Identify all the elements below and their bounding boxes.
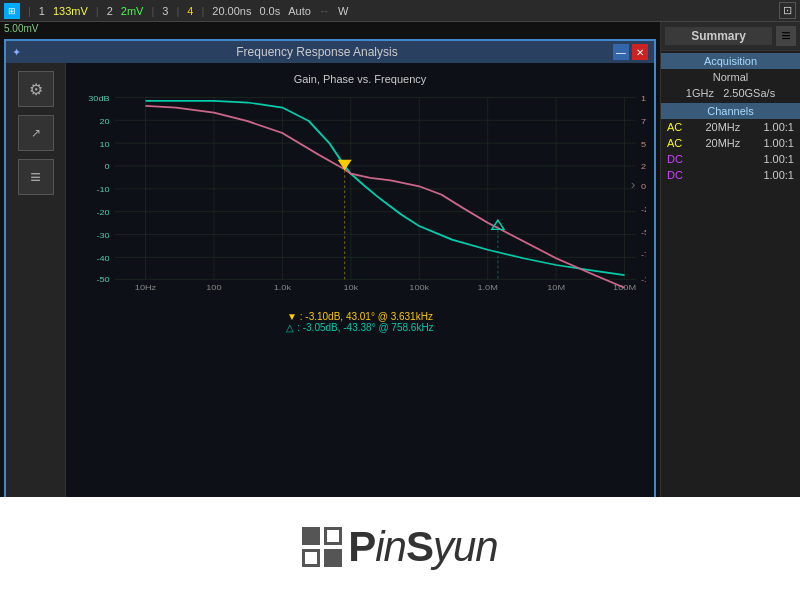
port-value: W	[338, 5, 348, 17]
toolbar-sep1: |	[28, 5, 31, 17]
summary-tab[interactable]: Summary	[665, 27, 772, 45]
brand-name-yun: yun	[433, 523, 498, 570]
svg-text:50: 50	[641, 139, 646, 148]
svg-text:25: 25	[641, 162, 646, 171]
acquisition-header: Acquisition	[661, 53, 800, 69]
svg-text:-25: -25	[641, 204, 646, 213]
brand-name-S: S	[406, 523, 433, 570]
legend-marker1: ▼ : -3.10dB, 43.01° @ 3.631kHz	[287, 311, 433, 322]
ch2-coupling: AC	[667, 137, 682, 149]
watermark: PinSyun	[0, 497, 800, 597]
svg-text:-50: -50	[641, 227, 646, 236]
svg-text:100k: 100k	[409, 283, 430, 292]
acq-freq-val: 1GHz	[686, 87, 714, 99]
trigger-value: Auto	[288, 5, 311, 17]
zoom-tool[interactable]: ↗	[18, 115, 54, 151]
logo-icon	[302, 527, 344, 567]
svg-text:-40: -40	[96, 254, 110, 263]
fra-minimize-btn[interactable]: —	[613, 44, 629, 60]
svg-text:-20: -20	[96, 208, 110, 217]
svg-text:100°: 100°	[641, 94, 646, 103]
grid-btn[interactable]: ⊞	[4, 3, 20, 19]
svg-text:-100: -100	[641, 275, 646, 284]
ch1-bw: 20MHz	[705, 121, 740, 133]
svg-text:0: 0	[641, 182, 646, 191]
fra-title-btns: — ✕	[613, 44, 648, 60]
fra-window: ✦ Frequency Response Analysis — ✕ ⚙ ↗ ≡ …	[4, 39, 656, 523]
chart-left-tools: ⚙ ↗ ≡	[6, 63, 66, 521]
logo-sq-br	[324, 549, 342, 567]
logo-sq-tl	[302, 527, 320, 545]
summary-header: Summary ≡	[661, 22, 800, 51]
summary-list-icon[interactable]: ≡	[776, 26, 796, 46]
svg-text:1.0M: 1.0M	[477, 283, 497, 292]
chart-area: ⚙ ↗ ≡ Gain, Phase vs. Frequency	[6, 63, 654, 521]
legend-marker2: △ : -3.05dB, -43.38° @ 758.6kHz	[286, 322, 433, 333]
voltage2-value: 2mV	[121, 5, 144, 17]
frequency-plot: 30dB 20 10 0 -10 -20 -30 -40 -50 100° 75…	[74, 89, 646, 309]
channel-row-1: AC 20MHz 1.00:1	[661, 119, 800, 135]
brand-name: PinSyun	[348, 523, 497, 571]
svg-text:0: 0	[105, 162, 110, 171]
chart-legend: ▼ : -3.10dB, 43.01° @ 3.631kHz △ : -3.05…	[74, 311, 646, 333]
ch4-ratio: 1.00:1	[763, 169, 794, 181]
channel-row-2: AC 20MHz 1.00:1	[661, 135, 800, 151]
channel4-label: 4	[187, 5, 193, 17]
brand-logo: PinSyun	[302, 523, 497, 571]
svg-text:1.0k: 1.0k	[274, 283, 292, 292]
fra-indicator: ✦	[12, 46, 21, 59]
fra-title: Frequency Response Analysis	[236, 45, 397, 59]
time2-value: 0.0s	[259, 5, 280, 17]
svg-text:100: 100	[206, 283, 222, 292]
voltage1-value: 133mV	[53, 5, 88, 17]
channel-row-3: DC 1.00:1	[661, 151, 800, 167]
svg-text:›: ›	[631, 178, 636, 192]
ch2-ratio: 1.00:1	[763, 137, 794, 149]
cursor-tool[interactable]: ≡	[18, 159, 54, 195]
brand-name-P: P	[348, 523, 375, 570]
svg-text:-75: -75	[641, 250, 646, 259]
ch1-coupling: AC	[667, 121, 682, 133]
channel-row-4: DC 1.00:1	[661, 167, 800, 183]
channels-header: Channels	[661, 103, 800, 119]
channel2-label: 2	[107, 5, 113, 17]
ch1-ratio: 1.00:1	[763, 121, 794, 133]
brand-name-in: in	[375, 523, 406, 570]
svg-text:30dB: 30dB	[88, 94, 110, 103]
svg-text:75: 75	[641, 116, 646, 125]
left-panel: 5.00mV ✦ Frequency Response Analysis — ✕…	[0, 22, 660, 527]
logo-sq-tr	[324, 527, 342, 545]
chart-title: Gain, Phase vs. Frequency	[74, 73, 646, 85]
logo-sq-bl	[302, 549, 320, 567]
fra-titlebar: ✦ Frequency Response Analysis — ✕	[6, 41, 654, 63]
chart-main: Gain, Phase vs. Frequency	[66, 63, 654, 521]
right-panel: Summary ≡ Acquisition Normal 1GHz 2.50GS…	[660, 22, 800, 527]
svg-text:10: 10	[100, 139, 111, 148]
channel3-label: 3	[162, 5, 168, 17]
settings-tool[interactable]: ⚙	[18, 71, 54, 107]
acq-freq: 1GHz 2.50GSa/s	[661, 85, 800, 101]
ch3-ratio: 1.00:1	[763, 153, 794, 165]
ch4-coupling: DC	[667, 169, 683, 181]
svg-text:10M: 10M	[547, 283, 565, 292]
acq-mode: Normal	[661, 69, 800, 85]
channel1-label: 1	[39, 5, 45, 17]
svg-text:10k: 10k	[343, 283, 359, 292]
toolbar: ⊞ | 1 133mV | 2 2mV | 3 | 4 | 20.00ns 0.…	[0, 0, 800, 22]
expand-btn[interactable]: ⊡	[779, 2, 796, 19]
svg-text:20: 20	[100, 116, 111, 125]
toolbar-grid-icon[interactable]: ⊞	[4, 3, 20, 19]
svg-text:-10: -10	[96, 185, 110, 194]
acq-rate: 2.50GSa/s	[723, 87, 775, 99]
svg-text:-30: -30	[96, 231, 110, 240]
fra-close-btn[interactable]: ✕	[632, 44, 648, 60]
ch3-coupling: DC	[667, 153, 683, 165]
timebase-value: 20.00ns	[212, 5, 251, 17]
ch2-bw: 20MHz	[705, 137, 740, 149]
svg-text:10Hz: 10Hz	[135, 283, 156, 292]
voltage-readout: 5.00mV	[0, 22, 660, 35]
svg-text:-50: -50	[96, 275, 110, 284]
